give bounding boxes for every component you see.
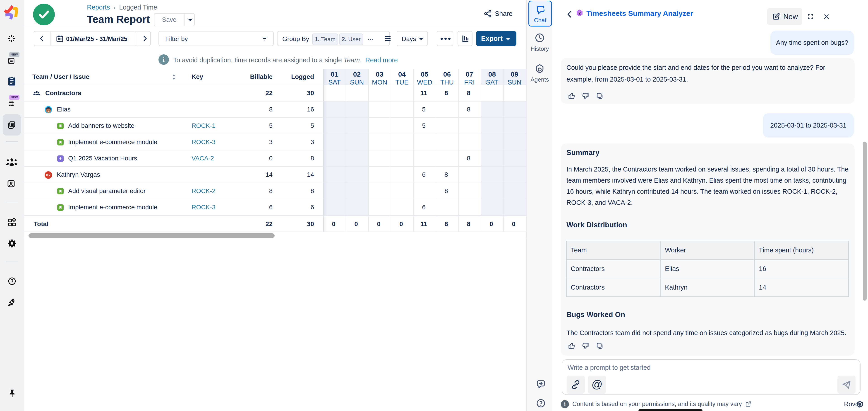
svg-text:2: 2 — [579, 11, 581, 16]
